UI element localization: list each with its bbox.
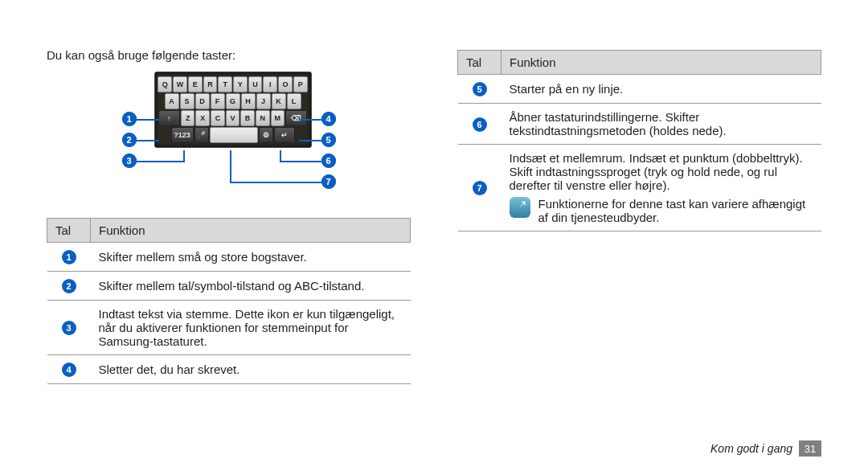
key: Q: [158, 76, 172, 92]
connector: [230, 150, 231, 182]
note-text: Funktionerne for denne tast kan variere …: [538, 197, 813, 224]
key: 🎤: [194, 127, 209, 143]
connector: [299, 140, 321, 141]
number-badge: 4: [62, 362, 76, 377]
page-spread: Du kan også bruge følgende taster: QWERT…: [0, 0, 868, 471]
callout-7: 7: [321, 174, 336, 189]
key: O: [278, 76, 293, 92]
row-number: 3: [47, 301, 91, 355]
key: V: [226, 110, 240, 126]
connector: [183, 150, 185, 161]
key: I: [263, 76, 277, 92]
onscreen-keyboard: QWERTYUIOP ASDFGHJKL ↑ZXCVBNM⌫ ?123🎤⚙↵: [154, 72, 312, 148]
callout-2: 2: [122, 133, 137, 147]
key: X: [195, 110, 210, 126]
connector: [280, 150, 281, 161]
row-text: Sletter det, du har skrevet.: [91, 355, 411, 384]
table-row: 6Åbner tastaturindstillingerne. Skifter …: [458, 104, 821, 145]
key: F: [211, 93, 225, 109]
connector: [280, 161, 321, 162]
table-row: 1Skifter mellem små og store bogstaver.: [47, 243, 411, 272]
key: Y: [233, 76, 248, 92]
key: ⚙: [259, 127, 273, 143]
key: U: [248, 76, 263, 92]
row-number: 1: [47, 243, 91, 272]
number-badge: 3: [62, 321, 76, 335]
connector: [137, 161, 185, 162]
table-row: 4Sletter det, du har skrevet.: [47, 355, 411, 384]
number-badge: 7: [473, 181, 487, 195]
intro-text: Du kan også bruge følgende taster:: [47, 48, 411, 62]
key: N: [256, 110, 270, 126]
key: P: [293, 76, 308, 92]
key: K: [272, 93, 286, 109]
key: ↵: [274, 127, 295, 143]
page-footer: Kom godt i gang 31: [710, 440, 821, 457]
key: R: [203, 76, 218, 92]
note-icon: [510, 197, 530, 218]
key: D: [195, 93, 210, 109]
key: C: [211, 110, 225, 126]
row-number: 5: [458, 75, 502, 104]
key: ⌫: [285, 110, 307, 126]
number-badge: 1: [62, 250, 76, 264]
row-text: Indsæt et mellemrum. Indsæt et punktum (…: [502, 145, 821, 231]
table-row: 5Starter på en ny linje.: [458, 75, 821, 104]
key: A: [165, 93, 179, 109]
connector: [299, 119, 321, 121]
row-number: 4: [47, 355, 91, 384]
function-table-right: Tal Funktion 5Starter på en ny linje.6Åb…: [457, 50, 821, 231]
row-text: Indtast tekst via stemme. Dette ikon er …: [91, 301, 411, 355]
function-table-left: Tal Funktion 1Skifter mellem små og stor…: [47, 218, 411, 384]
connector: [137, 140, 159, 141]
keyboard-figure: QWERTYUIOP ASDFGHJKL ↑ZXCVBNM⌫ ?123🎤⚙↵ 1…: [47, 72, 411, 203]
key: [210, 127, 258, 143]
left-column: Du kan også bruge følgende taster: QWERT…: [47, 45, 411, 471]
row-text: Skifter mellem små og store bogstaver.: [91, 243, 411, 272]
key: ↑: [158, 110, 180, 126]
key: L: [287, 93, 301, 109]
page-number: 31: [799, 440, 821, 457]
row-number: 6: [458, 104, 502, 145]
key: S: [180, 93, 194, 109]
key: W: [173, 76, 187, 92]
connector: [230, 182, 321, 183]
key: Z: [181, 110, 195, 126]
number-badge: 6: [473, 117, 487, 132]
row-number: 2: [47, 272, 91, 301]
row-text: Starter på en ny linje.: [502, 75, 821, 104]
key: ?123: [171, 127, 194, 143]
th-number: Tal: [458, 51, 502, 75]
table-row: 7Indsæt et mellemrum. Indsæt et punktum …: [458, 145, 821, 231]
table-row: 2Skifter mellem tal/symbol-tilstand og A…: [47, 272, 411, 301]
callout-5: 5: [321, 133, 336, 147]
key: B: [240, 110, 255, 126]
row-text: Åbner tastaturindstillingerne. Skifter t…: [502, 104, 821, 145]
note-box: Funktionerne for denne tast kan variere …: [510, 197, 813, 224]
th-function: Funktion: [502, 51, 821, 75]
right-column: Tal Funktion 5Starter på en ny linje.6Åb…: [457, 45, 821, 471]
row-number: 7: [458, 145, 502, 231]
number-badge: 2: [62, 279, 76, 293]
callout-3: 3: [122, 154, 137, 168]
key: G: [226, 93, 240, 109]
number-badge: 5: [473, 82, 487, 96]
connector: [137, 119, 159, 121]
th-function: Funktion: [91, 219, 411, 243]
table-row: 3Indtast tekst via stemme. Dette ikon er…: [47, 301, 411, 355]
key: H: [241, 93, 256, 109]
key: E: [188, 76, 203, 92]
key: M: [271, 110, 285, 126]
th-number: Tal: [47, 219, 91, 243]
key: T: [218, 76, 232, 92]
callout-4: 4: [321, 112, 336, 126]
callout-1: 1: [122, 112, 137, 126]
row-text: Skifter mellem tal/symbol-tilstand og AB…: [91, 272, 411, 301]
callout-6: 6: [321, 154, 336, 168]
footer-section-label: Kom godt i gang: [710, 442, 792, 455]
key: J: [256, 93, 271, 109]
